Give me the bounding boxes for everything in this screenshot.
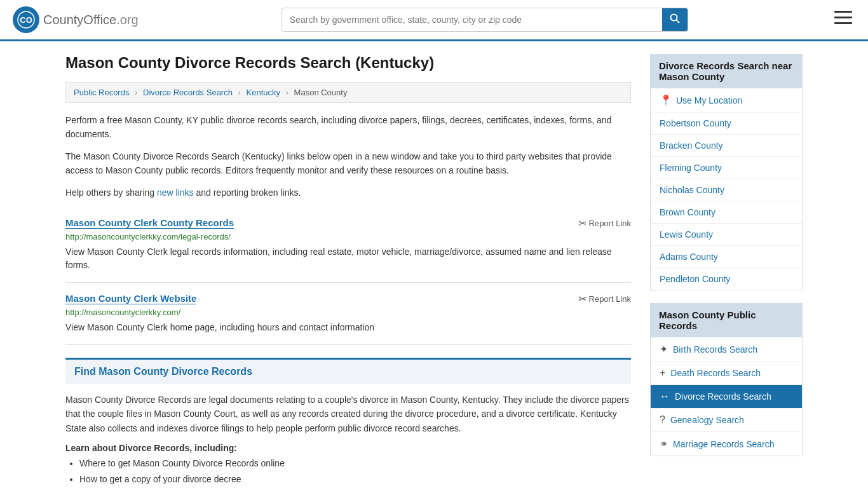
logo-area: CO CountyOffice.org [13, 6, 139, 33]
sidebar-item-nicholas[interactable]: Nicholas County [651, 179, 802, 201]
sidebar-public-records-list: ✦ Birth Records Search + Death Records S… [650, 337, 803, 456]
breadcrumb-public-records[interactable]: Public Records [74, 88, 129, 97]
death-icon: + [660, 367, 665, 379]
header: CO CountyOffice.org [0, 0, 868, 41]
record-item-2: Mason County Clerk Website ✂ Report Link… [65, 283, 631, 345]
record-2-url: http://masoncountyclerkky.com/ [65, 308, 631, 317]
find-section: Find Mason County Divorce Records [65, 358, 631, 384]
breadcrumb-divorce-records[interactable]: Divorce Records Search [143, 88, 233, 97]
new-links-link[interactable]: new links [157, 187, 194, 198]
record-1-url: http://masoncountyclerkky.com/legal-reco… [65, 232, 631, 241]
record-2-title[interactable]: Mason County Clerk Website [65, 293, 196, 304]
sidebar-item-lewis[interactable]: Lewis County [651, 224, 802, 246]
location-icon: 📍 [660, 94, 672, 106]
sidebar-public-records-section: Mason County Public Records ✦ Birth Reco… [650, 303, 803, 456]
sidebar-genealogy[interactable]: ? Genealogy Search [651, 409, 802, 432]
birth-icon: ✦ [660, 343, 668, 355]
report-icon-2: ✂ [578, 293, 587, 305]
find-desc: Mason County Divorce Records are legal d… [65, 393, 631, 435]
search-area [281, 8, 688, 32]
bullet-list: Where to get Mason County Divorce Record… [65, 457, 631, 486]
menu-button[interactable] [831, 8, 855, 32]
search-input[interactable] [282, 10, 662, 30]
report-icon-1: ✂ [578, 217, 587, 229]
svg-rect-5 [834, 17, 852, 18]
breadcrumb-kentucky[interactable]: Kentucky [247, 88, 280, 97]
sidebar-death-records[interactable]: + Death Records Search [651, 362, 802, 385]
logo-text: CountyOffice.org [43, 13, 139, 27]
sidebar-item-adams[interactable]: Adams County [651, 246, 802, 268]
sidebar-use-location[interactable]: 📍 Use My Location [651, 88, 802, 112]
bullet-2: How to get a copy of your divorce decree [79, 473, 631, 486]
record-1-desc: View Mason County Clerk legal records in… [65, 245, 631, 272]
record-item-1: Mason County Clerk County Records ✂ Repo… [65, 207, 631, 283]
sidebar-item-brown[interactable]: Brown County [651, 201, 802, 224]
sidebar-item-bracken[interactable]: Bracken County [651, 135, 802, 157]
intro-p1: Perform a free Mason County, KY public d… [65, 113, 631, 142]
sidebar-public-records-header: Mason County Public Records [650, 303, 803, 337]
sidebar-item-robertson[interactable]: Robertson County [651, 112, 802, 135]
svg-text:CO: CO [20, 15, 32, 25]
sidebar-nearby-list: 📍 Use My Location Robertson County Brack… [650, 88, 803, 290]
breadcrumb: Public Records › Divorce Records Search … [65, 82, 631, 103]
sidebar-divorce-records[interactable]: ↔ Divorce Records Search [651, 385, 802, 409]
sidebar-marriage-records[interactable]: ⚭ Marriage Records Search [651, 432, 802, 456]
intro-p3: Help others by sharing new links and rep… [65, 186, 631, 200]
svg-rect-4 [834, 11, 852, 13]
search-button[interactable] [662, 8, 688, 31]
sidebar: Divorce Records Search near Mason County… [650, 54, 803, 488]
intro-p2: The Mason County Divorce Records Search … [65, 149, 631, 178]
main-container: Mason County Divorce Records Search (Ken… [53, 41, 815, 488]
sidebar-nearby-section: Divorce Records Search near Mason County… [650, 54, 803, 290]
page-title: Mason County Divorce Records Search (Ken… [65, 54, 631, 72]
genealogy-icon: ? [660, 414, 665, 426]
logo-icon: CO [13, 6, 39, 33]
report-link-2[interactable]: ✂ Report Link [578, 293, 631, 305]
content-area: Mason County Divorce Records Search (Ken… [65, 54, 631, 488]
breadcrumb-mason-county: Mason County [294, 88, 348, 97]
divorce-icon: ↔ [660, 391, 670, 402]
bullet-1: Where to get Mason County Divorce Record… [79, 457, 631, 470]
sidebar-item-fleming[interactable]: Fleming County [651, 157, 802, 179]
sidebar-birth-records[interactable]: ✦ Birth Records Search [651, 337, 802, 362]
svg-line-3 [676, 20, 679, 24]
record-1-title[interactable]: Mason County Clerk County Records [65, 217, 234, 229]
svg-rect-6 [834, 22, 852, 24]
sidebar-item-pendleton[interactable]: Pendleton County [651, 268, 802, 290]
sidebar-nearby-header: Divorce Records Search near Mason County [650, 54, 803, 88]
learn-heading: Learn about Divorce Records, including: [65, 443, 631, 453]
report-link-1[interactable]: ✂ Report Link [578, 217, 631, 229]
find-heading: Find Mason County Divorce Records [74, 366, 622, 377]
record-2-desc: View Mason County Clerk home page, inclu… [65, 321, 631, 334]
marriage-icon: ⚭ [660, 438, 668, 450]
svg-point-2 [670, 15, 677, 21]
